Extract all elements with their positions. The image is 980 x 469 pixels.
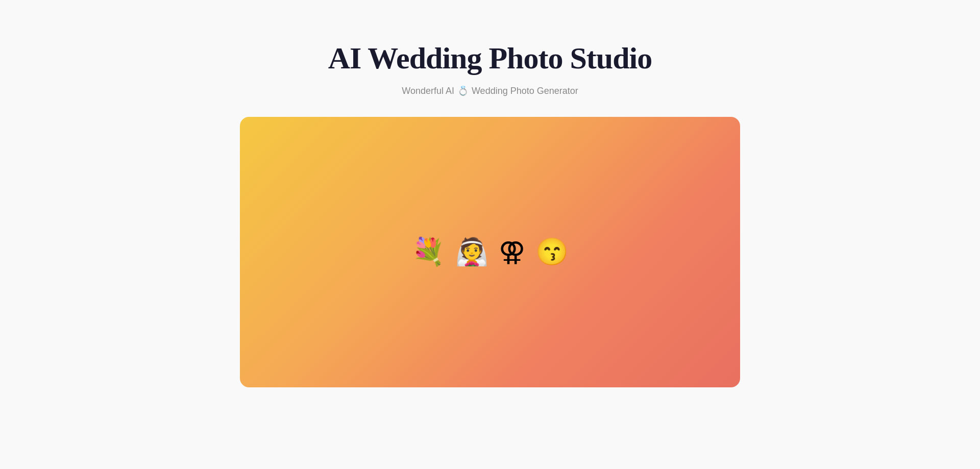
subtitle-part1: Wonderful AI [402,86,454,96]
header-section: AI Wedding Photo Studio Wonderful AI 💍 W… [328,41,652,96]
subtitle-part2: Wedding Photo Generator [472,86,578,96]
bride-emoji-icon: 👰 [455,239,488,265]
female-sign-emoji-icon: ⚢ [499,239,525,265]
gradient-card: 💐 👰 ⚢ 😙 [240,117,740,387]
main-title: AI Wedding Photo Studio [328,41,652,76]
subtitle: Wonderful AI 💍 Wedding Photo Generator [402,85,578,96]
bouquet-emoji-icon: 💐 [412,239,445,265]
kissing-face-emoji-icon: 😙 [535,239,569,265]
page-wrapper: AI Wedding Photo Studio Wonderful AI 💍 W… [0,0,980,387]
emoji-row: 💐 👰 ⚢ 😙 [412,239,569,265]
ring-emoji-icon: 💍 [457,85,469,96]
